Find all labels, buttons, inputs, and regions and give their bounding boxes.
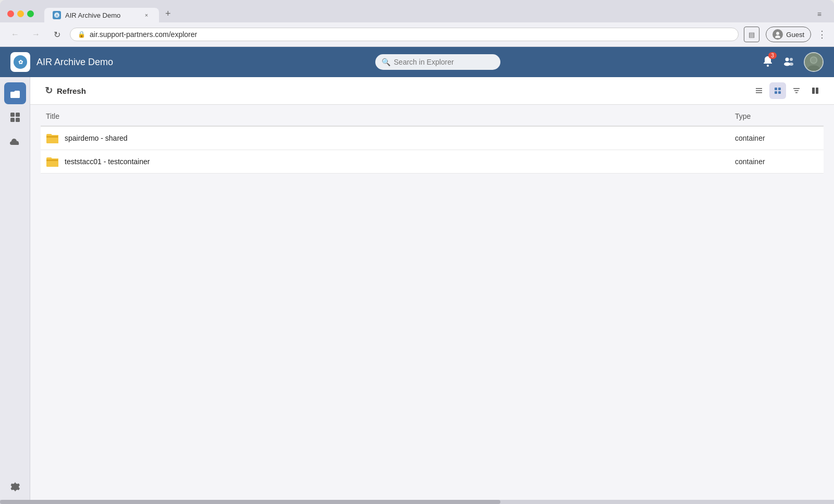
- svg-point-9: [790, 58, 793, 61]
- svg-rect-24: [775, 88, 777, 90]
- folder-icon: [46, 156, 58, 167]
- main-layout: ↻ Refresh: [0, 77, 834, 504]
- tab-close-button[interactable]: ×: [142, 11, 151, 19]
- file-table: Title Type spairdemo - shared container: [30, 105, 834, 504]
- users-button[interactable]: [783, 55, 794, 69]
- svg-rect-23: [756, 92, 762, 93]
- svg-rect-32: [816, 88, 818, 94]
- tab-list-button[interactable]: ≡: [812, 7, 827, 21]
- panel-view-button[interactable]: [807, 82, 824, 99]
- fullscreen-light[interactable]: [27, 10, 34, 17]
- svg-point-10: [789, 63, 793, 66]
- svg-rect-29: [794, 90, 799, 91]
- reload-button[interactable]: ↻: [49, 27, 65, 42]
- logo-icon: ✿: [10, 52, 30, 72]
- app-container: ✿ AIR Archive Demo 🔍 3: [0, 47, 834, 504]
- nav-bar: ← → ↻ 🔒 air.support-partners.com/explore…: [0, 22, 834, 47]
- minimize-light[interactable]: [17, 10, 24, 17]
- app-title: AIR Archive Demo: [36, 57, 113, 68]
- scrollbar[interactable]: [0, 500, 834, 504]
- security-icon: 🔒: [78, 31, 85, 38]
- browser-menu-button[interactable]: ⋮: [817, 29, 827, 40]
- traffic-lights: [7, 10, 34, 17]
- table-row[interactable]: teststacc01 - testcontainer container: [41, 150, 824, 174]
- sidebar-item-cloud[interactable]: [4, 130, 26, 152]
- svg-rect-21: [756, 88, 762, 89]
- refresh-icon: ↻: [45, 85, 53, 96]
- guest-label: Guest: [786, 31, 804, 39]
- back-button[interactable]: ←: [7, 27, 23, 42]
- column-type-header: Type: [735, 112, 818, 120]
- svg-text:✿: ✿: [18, 59, 23, 65]
- reader-icon: ▤: [749, 31, 755, 39]
- svg-rect-19: [16, 118, 20, 122]
- nav-right: ▤ Guest ⋮: [744, 27, 827, 42]
- toolbar: ↻ Refresh: [30, 77, 834, 105]
- table-header: Title Type: [41, 105, 824, 127]
- svg-rect-28: [793, 88, 800, 89]
- avatar: [805, 53, 823, 71]
- svg-point-14: [811, 57, 817, 63]
- svg-rect-17: [16, 113, 20, 117]
- sidebar-item-explorer[interactable]: [4, 82, 26, 104]
- reader-view-button[interactable]: ▤: [744, 27, 759, 42]
- header-search: 🔍: [375, 54, 500, 70]
- row-name: teststacc01 - testcontainer: [65, 157, 735, 166]
- svg-rect-26: [775, 91, 777, 94]
- guest-button[interactable]: Guest: [766, 27, 811, 42]
- sidebar-item-settings[interactable]: [4, 476, 26, 498]
- svg-rect-18: [10, 118, 15, 122]
- address-text: air.support-partners.com/explorer: [90, 30, 731, 39]
- notifications-button[interactable]: 3: [762, 55, 774, 69]
- sidebar-item-collections[interactable]: [4, 106, 26, 128]
- row-name: spairdemo - shared: [65, 134, 735, 142]
- notification-badge: 3: [768, 52, 777, 59]
- active-tab[interactable]: A AIR Archive Demo ×: [44, 8, 159, 22]
- list-view-button[interactable]: [751, 82, 767, 99]
- search-icon: 🔍: [382, 58, 390, 66]
- search-input[interactable]: [375, 54, 500, 70]
- content-area: ↻ Refresh: [30, 77, 834, 504]
- forward-button[interactable]: →: [28, 27, 44, 42]
- address-bar[interactable]: 🔒 air.support-partners.com/explorer: [70, 28, 739, 41]
- guest-profile-icon: [772, 29, 783, 40]
- svg-rect-22: [756, 90, 762, 91]
- app-logo: ✿ AIR Archive Demo: [10, 52, 113, 72]
- refresh-label: Refresh: [57, 87, 86, 95]
- svg-rect-25: [778, 88, 781, 90]
- new-tab-button[interactable]: +: [159, 5, 177, 22]
- tab-favicon: A: [53, 11, 61, 19]
- close-light[interactable]: [7, 10, 14, 17]
- grid-view-button[interactable]: [769, 82, 786, 99]
- tabs-bar: A AIR Archive Demo × +: [44, 5, 808, 22]
- refresh-button[interactable]: ↻ Refresh: [41, 83, 90, 99]
- svg-point-3: [775, 35, 780, 38]
- table-row[interactable]: spairdemo - shared container: [41, 127, 824, 150]
- sidebar: [0, 77, 30, 504]
- filter-button[interactable]: [788, 82, 805, 99]
- svg-rect-31: [812, 88, 815, 94]
- svg-point-7: [786, 57, 789, 61]
- app-header: ✿ AIR Archive Demo 🔍 3: [0, 47, 834, 77]
- svg-text:A: A: [56, 14, 58, 17]
- logo-inner: ✿: [14, 55, 27, 69]
- row-type: container: [735, 157, 818, 166]
- folder-icon: [46, 133, 58, 143]
- column-title-header: Title: [46, 112, 735, 120]
- row-type: container: [735, 134, 818, 142]
- scrollbar-thumb[interactable]: [0, 500, 500, 504]
- view-controls: [751, 82, 824, 99]
- svg-point-6: [767, 65, 769, 67]
- svg-rect-16: [10, 113, 15, 117]
- header-actions: 3: [762, 52, 824, 72]
- svg-rect-27: [778, 91, 781, 94]
- user-avatar-button[interactable]: [804, 52, 824, 72]
- tab-title: AIR Archive Demo: [65, 11, 138, 19]
- svg-point-2: [776, 32, 779, 35]
- svg-rect-30: [795, 92, 798, 93]
